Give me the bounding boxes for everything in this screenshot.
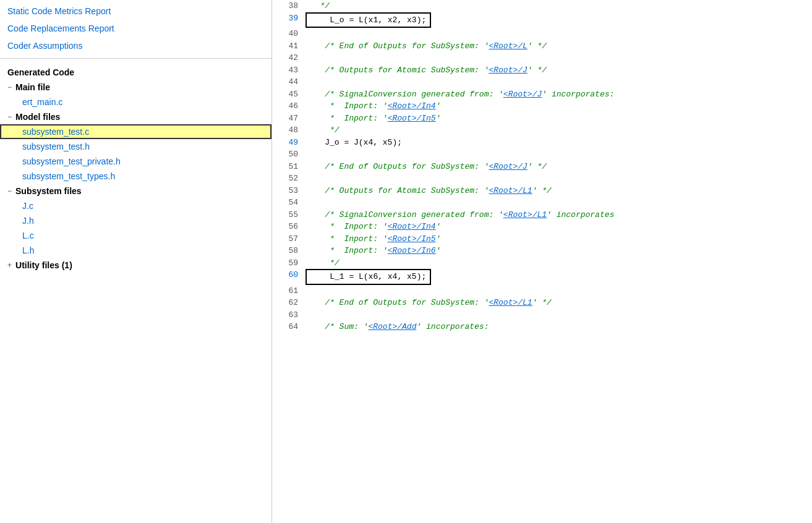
sidebar: Static Code Metrics Report Code Replacem… bbox=[0, 0, 272, 523]
line-number: 43 bbox=[272, 64, 303, 77]
line-number[interactable]: 60 bbox=[272, 269, 303, 285]
line-code: /* Outputs for Atomic SubSystem: '<Root>… bbox=[303, 64, 812, 77]
file-j-h[interactable]: J.h bbox=[0, 213, 271, 228]
line-code bbox=[303, 76, 812, 88]
code-link[interactable]: <Root>/Add bbox=[368, 322, 416, 331]
table-row: 54 bbox=[272, 197, 812, 209]
toggle-model-files[interactable]: − bbox=[7, 113, 12, 121]
file-ert-main-c[interactable]: ert_main.c bbox=[0, 95, 271, 109]
line-code bbox=[303, 148, 812, 161]
line-number: 50 bbox=[272, 148, 303, 161]
line-number-link[interactable]: 39 bbox=[288, 14, 298, 23]
table-row: 41 /* End of Outputs for SubSystem: '<Ro… bbox=[272, 40, 812, 53]
file-subsystem-test-c[interactable]: subsystem_test.c bbox=[0, 124, 271, 139]
group-model-files-label: Model files bbox=[15, 112, 60, 122]
toggle-main-file[interactable]: − bbox=[7, 83, 12, 91]
group-utility-files: + Utility files (1) bbox=[0, 258, 271, 273]
file-subsystem-test-types-h[interactable]: subsystem_test_types.h bbox=[0, 169, 271, 184]
file-subsystem-test-private-h[interactable]: subsystem_test_private.h bbox=[0, 154, 271, 169]
line-code: /* End of Outputs for SubSystem: '<Root>… bbox=[303, 297, 812, 309]
code-link[interactable]: <Root>/J bbox=[489, 162, 527, 171]
line-number-link[interactable]: 60 bbox=[288, 270, 298, 279]
line-code: L_o = L(x1, x2, x3); bbox=[303, 12, 812, 28]
line-number: 55 bbox=[272, 209, 303, 221]
generated-code-title: Generated Code bbox=[0, 62, 271, 80]
table-row: 48 */ bbox=[272, 124, 812, 137]
table-row: 50 bbox=[272, 148, 812, 161]
line-code: * Inport: '<Root>/In5' bbox=[303, 113, 812, 125]
line-number: 54 bbox=[272, 197, 303, 209]
line-code bbox=[303, 28, 812, 40]
line-number: 41 bbox=[272, 40, 303, 53]
line-number[interactable]: 49 bbox=[272, 137, 303, 149]
sidebar-link-static-code-metrics[interactable]: Static Code Metrics Report bbox=[0, 2, 271, 20]
table-row: 46 * Inport: '<Root>/In4' bbox=[272, 100, 812, 113]
code-link[interactable]: <Root>/L1 bbox=[503, 210, 547, 219]
line-number[interactable]: 39 bbox=[272, 12, 303, 28]
code-link[interactable]: <Root>/L1 bbox=[489, 186, 532, 195]
line-code: * Inport: '<Root>/In4' bbox=[303, 100, 812, 113]
line-code: * Inport: '<Root>/In5' bbox=[303, 233, 812, 245]
sidebar-link-code-replacements[interactable]: Code Replacements Report bbox=[0, 20, 271, 37]
table-row: 55 /* SignalConversion generated from: '… bbox=[272, 209, 812, 221]
code-link[interactable]: <Root>/L bbox=[489, 41, 527, 51]
file-l-c[interactable]: L.c bbox=[0, 228, 271, 243]
table-row: 45 /* SignalConversion generated from: '… bbox=[272, 88, 812, 101]
code-boxed: L_1 = L(x6, x4, x5); bbox=[306, 269, 431, 285]
sidebar-link-coder-assumptions[interactable]: Coder Assumptions bbox=[0, 37, 271, 54]
line-number-link[interactable]: 49 bbox=[288, 138, 298, 147]
table-row: 40 bbox=[272, 28, 812, 40]
code-link[interactable]: <Root>/In5 bbox=[388, 114, 436, 123]
line-code: /* End of Outputs for SubSystem: '<Root>… bbox=[303, 40, 812, 53]
line-number: 46 bbox=[272, 100, 303, 113]
code-link[interactable]: <Root>/In4 bbox=[388, 222, 436, 231]
line-code: /* End of Outputs for SubSystem: '<Root>… bbox=[303, 161, 812, 173]
line-number: 42 bbox=[272, 52, 303, 64]
table-row: 49 J_o = J(x4, x5); bbox=[272, 137, 812, 149]
code-link[interactable]: <Root>/In5 bbox=[388, 234, 436, 244]
line-number: 38 bbox=[272, 0, 303, 12]
code-link[interactable]: <Root>/L1 bbox=[489, 298, 532, 307]
table-row: 58 * Inport: '<Root>/In6' bbox=[272, 245, 812, 257]
table-row: 51 /* End of Outputs for SubSystem: '<Ro… bbox=[272, 161, 812, 173]
line-number: 47 bbox=[272, 113, 303, 125]
code-link[interactable]: <Root>/In6 bbox=[388, 246, 436, 255]
line-code bbox=[303, 309, 812, 321]
line-number: 53 bbox=[272, 185, 303, 197]
line-number: 62 bbox=[272, 297, 303, 309]
line-number: 64 bbox=[272, 321, 303, 333]
group-subsystem-files-label: Subsystem files bbox=[15, 186, 82, 196]
table-row: 38 */ bbox=[272, 0, 812, 12]
group-utility-files-label: Utility files (1) bbox=[15, 260, 72, 270]
table-row: 64 /* Sum: '<Root>/Add' incorporates: bbox=[272, 321, 812, 333]
line-code: J_o = J(x4, x5); bbox=[303, 137, 812, 149]
line-number: 59 bbox=[272, 257, 303, 270]
file-subsystem-test-h[interactable]: subsystem_test.h bbox=[0, 139, 271, 154]
line-code bbox=[303, 285, 812, 297]
line-number: 58 bbox=[272, 245, 303, 257]
line-code: L_1 = L(x6, x4, x5); bbox=[303, 269, 812, 285]
table-row: 42 bbox=[272, 52, 812, 64]
line-code: */ bbox=[303, 124, 812, 137]
line-number: 61 bbox=[272, 285, 303, 297]
toggle-subsystem-files[interactable]: − bbox=[7, 187, 12, 195]
code-link[interactable]: <Root>/J bbox=[489, 66, 527, 75]
table-row: 60 L_1 = L(x6, x4, x5); bbox=[272, 269, 812, 285]
table-row: 52 bbox=[272, 172, 812, 185]
line-code: /* Sum: '<Root>/Add' incorporates: bbox=[303, 321, 812, 333]
line-code: */ bbox=[303, 0, 812, 12]
table-row: 53 /* Outputs for Atomic SubSystem: '<Ro… bbox=[272, 185, 812, 197]
code-link[interactable]: <Root>/In4 bbox=[388, 101, 436, 111]
line-code: /* Outputs for Atomic SubSystem: '<Root>… bbox=[303, 185, 812, 197]
file-l-h[interactable]: L.h bbox=[0, 243, 271, 258]
file-j-c[interactable]: J.c bbox=[0, 198, 271, 213]
code-plain: J_o = J(x4, x5); bbox=[306, 138, 402, 147]
toggle-utility-files[interactable]: + bbox=[7, 261, 12, 270]
line-code bbox=[303, 172, 812, 185]
line-number: 63 bbox=[272, 309, 303, 321]
code-link[interactable]: <Root>/J bbox=[503, 90, 542, 99]
table-row: 43 /* Outputs for Atomic SubSystem: '<Ro… bbox=[272, 64, 812, 77]
table-row: 63 bbox=[272, 309, 812, 321]
code-boxed: L_o = L(x1, x2, x3); bbox=[306, 12, 431, 28]
line-code: * Inport: '<Root>/In6' bbox=[303, 245, 812, 257]
